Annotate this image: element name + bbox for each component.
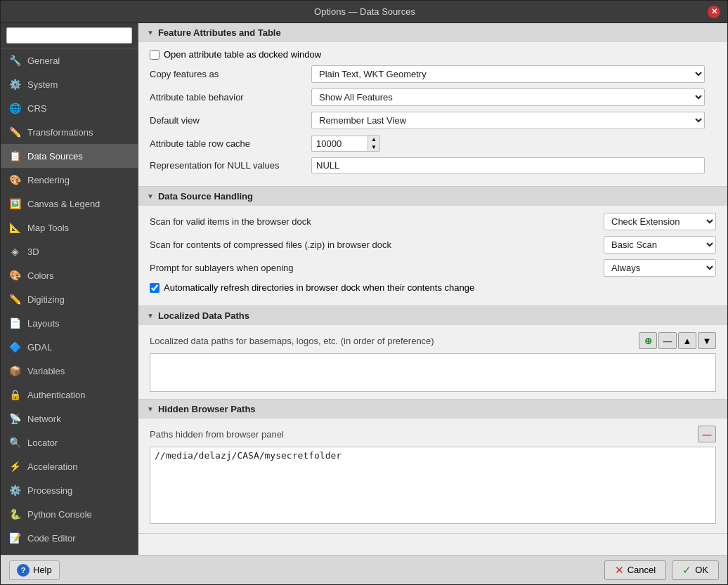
layouts-icon: 📄 <box>8 316 22 330</box>
sidebar-item-authentication[interactable]: 🔒Authentication <box>1 383 138 407</box>
sidebar-item-label-map-tools: Map Tools <box>27 223 69 233</box>
sidebar-item-network[interactable]: 📡Network <box>1 407 138 430</box>
auto-refresh-checkbox[interactable] <box>150 283 160 293</box>
acceleration-icon: ⚡ <box>8 459 22 473</box>
data-source-handling-header[interactable]: ▼ Data Source Handling <box>138 187 727 206</box>
null-rep-row: Representation for NULL values NULL <box>150 157 716 173</box>
help-button[interactable]: ? Help <box>9 560 60 580</box>
network-icon: 📡 <box>8 412 22 426</box>
null-rep-label: Representation for NULL values <box>150 160 304 171</box>
sidebar-item-python-console[interactable]: 🐍Python Console <box>1 502 138 526</box>
hidden-paths-section: ▼ Hidden Browser Paths Paths hidden from… <box>138 400 727 534</box>
localized-paths-header-row: Localized data paths for basemaps, logos… <box>150 332 716 349</box>
sidebar-item-label-system: System <box>27 79 58 90</box>
scan-compressed-label: Scan for contents of compressed files (.… <box>150 239 604 250</box>
sidebar-item-label-rendering: Rendering <box>27 175 70 185</box>
row-cache-down-btn[interactable]: ▼ <box>368 143 379 151</box>
sidebar-item-3d[interactable]: ◈3D <box>1 239 138 263</box>
sidebar-item-rendering[interactable]: 🎨Rendering <box>1 168 138 192</box>
scan-valid-label: Scan for valid items in the browser dock <box>150 216 604 227</box>
sidebar-item-colors[interactable]: 🎨Colors <box>1 263 138 287</box>
sidebar-item-processing[interactable]: ⚙️Processing <box>1 478 138 502</box>
main-content: 🔧General⚙️System🌐CRS✏️Transformations📋Da… <box>1 23 727 555</box>
sidebar-item-code-editor[interactable]: 📝Code Editor <box>1 526 138 550</box>
sidebar-item-locator[interactable]: 🔍Locator <box>1 430 138 454</box>
sidebar-item-label-variables: Variables <box>27 366 65 376</box>
sidebar-item-canvas-legend[interactable]: 🖼️Canvas & Legend <box>1 192 138 216</box>
remove-hidden-path-button[interactable]: — <box>698 426 716 442</box>
main-window: Options — Data Sources ✕ 🔧General⚙️Syste… <box>0 0 728 585</box>
sidebar-item-label-locator: Locator <box>27 438 58 448</box>
move-up-button[interactable]: ▲ <box>678 332 696 349</box>
colors-icon: 🎨 <box>8 268 22 282</box>
scan-valid-select[interactable]: Check Extension Check File Contents <box>604 213 716 230</box>
localized-path-buttons: ⊕ — ▲ ▼ <box>639 332 716 349</box>
attr-behavior-row: Attribute table behavior Show All Featur… <box>150 88 716 106</box>
sidebar-item-layouts[interactable]: 📄Layouts <box>1 311 138 335</box>
sidebar-item-gdal[interactable]: 🔷GDAL <box>1 335 138 359</box>
general-icon: 🔧 <box>8 53 22 67</box>
window-title: Options — Data Sources <box>22 6 708 17</box>
hidden-paths-header[interactable]: ▼ Hidden Browser Paths <box>138 400 727 419</box>
row-cache-input[interactable] <box>311 136 368 152</box>
attr-behavior-select[interactable]: Show All Features Show Selected Features <box>311 88 705 106</box>
collapse-arrow-3: ▼ <box>147 312 154 320</box>
sidebar-item-map-tools[interactable]: 📐Map Tools <box>1 216 138 239</box>
ok-button[interactable]: ✓ OK <box>672 560 719 580</box>
sidebar-item-system[interactable]: ⚙️System <box>1 72 138 96</box>
null-rep-input[interactable]: NULL <box>311 157 705 173</box>
row-cache-up-btn[interactable]: ▲ <box>368 136 379 143</box>
sidebar-item-label-python-console: Python Console <box>27 509 92 520</box>
sidebar-item-transformations[interactable]: ✏️Transformations <box>1 120 138 144</box>
remove-path-button[interactable]: — <box>658 332 677 349</box>
scan-compressed-select[interactable]: Basic Scan Full Scan <box>604 236 716 254</box>
sidebar-item-data-sources[interactable]: 📋Data Sources <box>1 144 138 168</box>
localized-paths-header[interactable]: ▼ Localized Data Paths <box>138 306 727 325</box>
sidebar-item-crs[interactable]: 🌐CRS <box>1 96 138 120</box>
copy-features-label: Copy features as <box>150 69 304 79</box>
sidebar-item-label-data-sources: Data Sources <box>27 151 83 162</box>
default-view-select[interactable]: Remember Last View Table View <box>311 112 705 129</box>
sidebar-item-general[interactable]: 🔧General <box>1 48 138 72</box>
open-docked-checkbox[interactable] <box>150 50 160 60</box>
transformations-icon: ✏️ <box>8 125 22 139</box>
hidden-paths-body: Paths hidden from browser panel — //medi… <box>138 419 727 533</box>
sidebar-item-digitizing[interactable]: ✏️Digitizing <box>1 287 138 311</box>
scan-valid-control: Check Extension Check File Contents <box>604 213 716 230</box>
gdal-icon: 🔷 <box>8 340 22 354</box>
rendering-icon: 🎨 <box>8 173 22 187</box>
sublayers-select[interactable]: Always If Needed Never <box>604 259 716 277</box>
default-view-row: Default view Remember Last View Table Vi… <box>150 112 716 129</box>
sidebar-item-acceleration[interactable]: ⚡Acceleration <box>1 454 138 478</box>
digitizing-icon: ✏️ <box>8 292 22 306</box>
cancel-button[interactable]: ✕ Cancel <box>604 560 666 580</box>
data-sources-icon: 📋 <box>8 149 22 163</box>
close-button[interactable]: ✕ <box>708 6 720 18</box>
collapse-arrow-4: ▼ <box>147 405 154 413</box>
sidebar-item-label-colors: Colors <box>27 270 54 281</box>
search-input[interactable] <box>6 27 132 44</box>
hidden-paths-title: Hidden Browser Paths <box>158 404 256 414</box>
attr-behavior-label: Attribute table behavior <box>150 92 304 103</box>
sidebar-item-label-network: Network <box>27 414 61 424</box>
add-path-button[interactable]: ⊕ <box>639 332 657 349</box>
canvas-legend-icon: 🖼️ <box>8 197 22 211</box>
processing-icon: ⚙️ <box>8 483 22 497</box>
sidebar-item-variables[interactable]: 📦Variables <box>1 359 138 383</box>
sidebar-item-label-general: General <box>27 55 60 66</box>
move-down-button[interactable]: ▼ <box>698 332 716 349</box>
copy-features-select[interactable]: Plain Text, WKT Geometry Plain Text, WKB… <box>311 65 705 83</box>
hidden-paths-textarea[interactable]: //media/delazj/CASA/mysecretfolder <box>150 447 716 524</box>
feature-attributes-header[interactable]: ▼ Feature Attributes and Table <box>138 23 727 42</box>
feature-attributes-title: Feature Attributes and Table <box>158 27 281 38</box>
crs-icon: 🌐 <box>8 101 22 115</box>
sublayers-row: Prompt for sublayers when opening Always… <box>150 259 716 277</box>
sidebar-item-label-digitizing: Digitizing <box>27 294 65 305</box>
footer-bar: ? Help ✕ Cancel ✓ OK <box>1 555 727 584</box>
copy-features-control: Plain Text, WKT Geometry Plain Text, WKB… <box>311 65 705 83</box>
sidebar-item-label-3d: 3D <box>27 247 39 257</box>
help-label: Help <box>33 565 52 575</box>
sidebar-item-label-layouts: Layouts <box>27 318 60 329</box>
scan-compressed-row: Scan for contents of compressed files (.… <box>150 236 716 254</box>
data-source-handling-title: Data Source Handling <box>158 191 253 202</box>
